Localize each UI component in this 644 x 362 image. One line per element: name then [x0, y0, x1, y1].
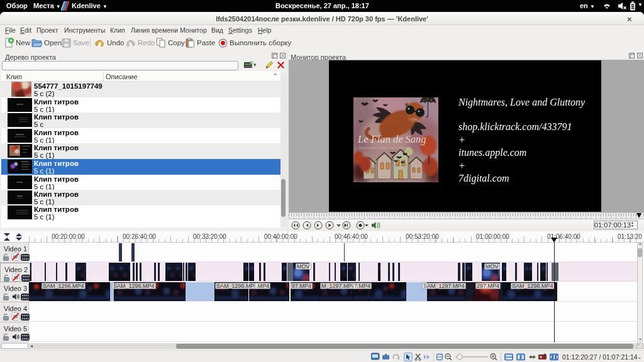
svg-text:Nightmares, Love and Gluttony: Nightmares, Love and Gluttony: [358, 145, 410, 150]
svg-text:Le Flan de Sang: Le Flan de Sang: [357, 133, 426, 145]
